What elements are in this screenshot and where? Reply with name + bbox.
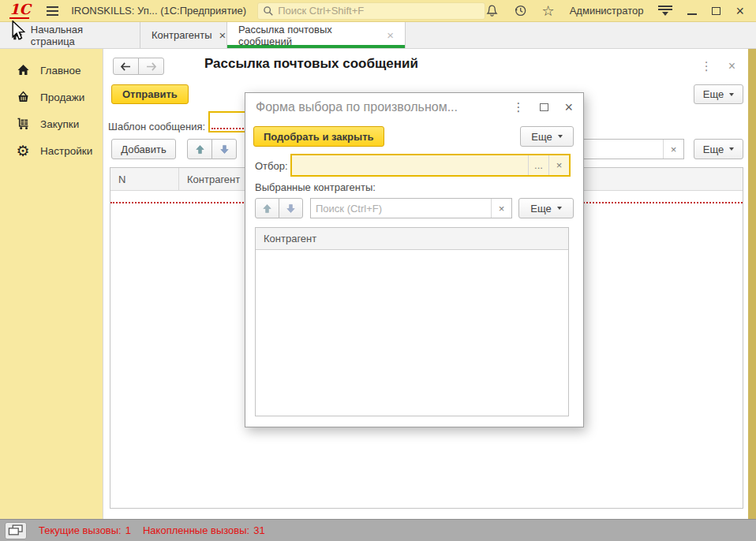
cart-icon [17,118,30,130]
dialog-move-row-buttons [255,198,303,218]
dialog-title: Форма выбора по произвольном... [256,100,512,114]
current-user[interactable]: Администратор [570,5,644,17]
filter-field[interactable]: ... × [290,154,571,177]
forward-button[interactable] [138,58,164,75]
arrow-right-icon [145,62,157,71]
dialog-close-button[interactable]: × [564,100,573,114]
tab-home[interactable]: Начальная страница [0,22,140,48]
dialog-maximize-button[interactable] [540,103,548,111]
basket-icon [17,91,30,103]
tab-close-icon[interactable]: × [387,28,394,42]
clear-search-icon[interactable]: × [491,199,511,218]
sidebar: Главное Продажи Закупки ⚙ Настройки [0,49,103,519]
sidebar-item-nastroyki[interactable]: ⚙ Настройки [0,137,103,164]
sidebar-item-label: Закупки [40,118,79,130]
app-title: IRONSKILLS: Уп... (1С:Предприятие) [71,5,246,17]
more-button-form[interactable]: Еще [694,84,743,104]
selected-kontragenty-table[interactable]: Контрагент [255,227,569,416]
current-calls-value: 1 [125,524,131,536]
selected-kontragenty-label: Выбранные контрагенты: [255,181,376,193]
sidebar-item-label: Настройки [40,145,92,157]
arrow-up-icon [262,203,272,214]
favorites-star-icon[interactable]: ☆ [542,4,555,18]
accumulated-calls-label: Накопленные вызовы: [143,524,249,536]
send-button[interactable]: Отправить [111,84,189,104]
filter-value[interactable] [292,155,528,175]
chevron-down-icon [557,207,562,210]
system-menu-icon[interactable] [658,6,672,16]
window-right-edge [748,49,756,519]
home-icon [11,29,24,41]
dialog-search-box[interactable]: × [310,198,512,218]
dialog-titlebar[interactable]: Форма выбора по произвольном... ⋮ × [245,93,583,121]
sidebar-item-glavnoe[interactable]: Главное [0,57,103,84]
tabbar: Начальная страница Контрагенты × Рассылк… [0,22,756,49]
move-up-button[interactable] [187,139,212,159]
arrow-down-icon [286,203,296,214]
arrow-up-icon [195,144,205,155]
move-row-buttons [187,139,237,159]
window-close-button[interactable]: × [735,4,744,18]
dialog-window-controls: ⋮ × [512,100,573,114]
sidebar-item-prodazhi[interactable]: Продажи [0,84,103,110]
pick-and-close-button[interactable]: Подобрать и закрыть [253,126,384,147]
tab-label: Рассылка почтовых сообщений [238,24,380,47]
titlebar-actions: ☆ Администратор × [485,4,744,18]
dialog-more-button-top[interactable]: Еще [520,126,574,147]
history-icon[interactable] [514,4,527,17]
home-icon [17,64,30,76]
template-label: Шаблон сообщения: [108,117,205,136]
notifications-bell-icon[interactable] [485,4,499,17]
global-search-box[interactable] [257,2,485,20]
clear-search-icon[interactable]: × [663,140,683,159]
tab-rassylka[interactable]: Рассылка почтовых сообщений × [227,22,406,48]
choose-filter-button[interactable]: ... [528,155,548,175]
column-header-n[interactable]: N [110,168,179,190]
form-menu: ⋮ × [701,59,735,73]
tab-close-icon[interactable]: × [219,28,226,42]
back-button[interactable] [113,58,139,75]
move-down-button[interactable] [279,198,303,218]
titlebar: 1С IRONSKILLS: Уп... (1С:Предприятие) ☆ … [0,0,756,22]
filter-label: Отбор: [255,155,288,177]
sidebar-item-zakupki[interactable]: Закупки [0,110,103,137]
clear-filter-icon[interactable]: × [548,155,569,175]
sidebar-item-label: Продажи [40,91,84,103]
more-menu-dots-icon[interactable]: ⋮ [701,59,713,73]
tab-label: Контрагенты [152,29,212,41]
main-menu-icon[interactable] [47,6,58,16]
add-button[interactable]: Добавить [111,139,176,159]
search-icon [263,6,274,17]
nav-history-buttons [113,58,164,75]
dialog-more-button-list[interactable]: Еще [518,198,574,218]
dialog-menu-dots-icon[interactable]: ⋮ [512,100,524,114]
sidebar-item-label: Главное [40,65,81,76]
current-calls-label: Текущие вызовы: [39,524,122,536]
global-search-input[interactable] [278,5,479,17]
chevron-down-icon [729,93,734,96]
window-minimize-button[interactable] [687,13,697,15]
dialog-search-input[interactable] [311,199,491,218]
server-calls-button[interactable] [5,522,27,539]
move-down-button[interactable] [211,139,237,159]
more-button-table[interactable]: Еще [694,139,743,159]
1c-logo-icon: 1С [9,2,31,19]
server-calls-icon [8,524,24,536]
move-up-button[interactable] [255,198,279,218]
window-maximize-button[interactable] [712,7,720,15]
app-window: 1С IRONSKILLS: Уп... (1С:Предприятие) ☆ … [0,0,756,541]
chevron-down-icon [729,147,734,151]
page-title: Рассылка почтовых сообщений [204,56,418,72]
chevron-down-icon [558,135,563,138]
tab-kontragenty[interactable]: Контрагенты × [140,22,227,48]
accumulated-calls: Накопленные вызовы: 31 [143,524,265,536]
current-calls: Текущие вызовы: 1 [39,524,131,536]
tab-label: Начальная страница [31,24,129,47]
statusbar: Текущие вызовы: 1 Накопленные вызовы: 31 [0,519,756,541]
column-header-kontragent[interactable]: Контрагент [256,228,568,250]
gear-icon: ⚙ [16,144,29,159]
arrow-down-icon [219,144,230,155]
selection-dialog: Форма выбора по произвольном... ⋮ × Подо… [245,92,584,427]
arrow-left-icon [120,62,132,71]
form-close-icon[interactable]: × [728,59,735,73]
